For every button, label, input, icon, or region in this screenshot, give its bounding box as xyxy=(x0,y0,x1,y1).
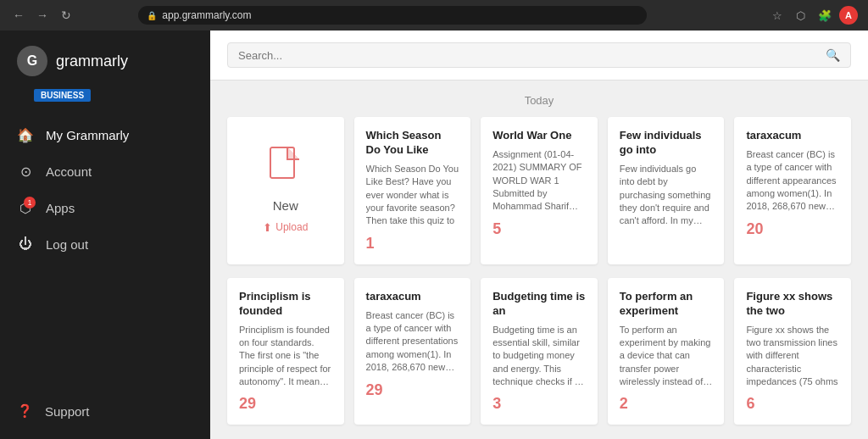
today-card-3[interactable]: taraxacum Breast cancer (BC) is a type o… xyxy=(734,117,851,264)
recent-card-3[interactable]: To perform an experiment To perform an e… xyxy=(608,278,725,425)
sidebar-item-my-grammarly[interactable]: 🏠 My Grammarly xyxy=(0,117,210,153)
home-icon: 🏠 xyxy=(17,127,34,143)
card-title: Which Season Do You Like xyxy=(366,129,459,158)
sidebar-label-my-grammarly: My Grammarly xyxy=(46,128,129,142)
app-container: G grammarly BUSINESS 🏠 My Grammarly ⊙ Ac… xyxy=(0,31,868,439)
card-count: 29 xyxy=(366,381,459,399)
today-card-0[interactable]: Which Season Do You Like Which Season Do… xyxy=(354,117,471,264)
upload-icon: ⬆ xyxy=(263,221,272,234)
card-count: 1 xyxy=(366,235,459,253)
new-doc-icon xyxy=(269,146,303,192)
card-title: World War One xyxy=(492,129,586,143)
sidebar-bottom: ❓ Support xyxy=(0,386,210,439)
card-text: Principlism is founded on four standards… xyxy=(239,324,332,389)
lock-icon: 🔒 xyxy=(147,11,157,20)
card-count: 3 xyxy=(492,395,586,413)
recent-card-1[interactable]: taraxacum Breast cancer (BC) is a type o… xyxy=(354,278,471,425)
today-section-label: Today xyxy=(227,94,851,107)
logout-icon: ⏻ xyxy=(17,236,34,252)
user-avatar[interactable]: A xyxy=(839,6,858,25)
card-count: 20 xyxy=(746,220,839,238)
browser-chrome: ← → ↻ 🔒 app.grammarly.com ☆ ⬡ 🧩 A xyxy=(0,0,868,31)
upload-button[interactable]: ⬆ Upload xyxy=(263,220,308,236)
card-title: Principlism is founded xyxy=(239,290,332,319)
card-count: 5 xyxy=(492,220,586,238)
card-text: Few individuals go into debt by purchasi… xyxy=(620,163,713,228)
sidebar-label-account: Account xyxy=(46,164,92,179)
card-text: Breast cancer (BC) is a type of cancer w… xyxy=(366,309,459,375)
card-text: Breast cancer (BC) is a type of cancer w… xyxy=(746,148,839,214)
browser-actions: ☆ ⬡ 🧩 A xyxy=(768,6,858,25)
card-text: Budgeting time is an essential skill, si… xyxy=(492,324,586,389)
sidebar-item-account[interactable]: ⊙ Account xyxy=(0,153,210,190)
search-bar-container: 🔍 xyxy=(210,31,868,81)
today-card-1[interactable]: World War One Assignment (01-04-2021) SU… xyxy=(481,117,598,264)
today-card-2[interactable]: Few individuals go into Few individuals … xyxy=(608,117,725,264)
card-title: taraxacum xyxy=(746,129,839,143)
card-title: Budgeting time is an xyxy=(492,290,586,319)
card-text: To perform an experiment by making a dev… xyxy=(620,324,713,389)
card-text: Which Season Do You Like Best? Have you … xyxy=(366,163,459,228)
forward-button[interactable]: → xyxy=(34,7,51,24)
card-text: Assignment (01-04-2021) SUMMARY OF WORLD… xyxy=(492,148,586,214)
search-icon: 🔍 xyxy=(826,48,840,62)
sidebar-label-logout: Log out xyxy=(46,237,88,252)
account-icon: ⊙ xyxy=(17,164,34,180)
address-bar[interactable]: 🔒 app.grammarly.com xyxy=(138,6,647,25)
content-area: Today New ⬆ Upl xyxy=(210,81,868,439)
sidebar-item-support[interactable]: ❓ Support xyxy=(17,397,193,425)
card-text: Figure xx shows the two transmission lin… xyxy=(746,324,839,389)
main-content: 🔍 Today New xyxy=(210,31,868,439)
recent-card-2[interactable]: Budgeting time is an Budgeting time is a… xyxy=(481,278,598,425)
recent-card-0[interactable]: Principlism is founded Principlism is fo… xyxy=(227,278,344,425)
search-bar: 🔍 xyxy=(227,42,851,68)
card-title: taraxacum xyxy=(366,290,459,304)
app-name: grammarly xyxy=(56,53,128,70)
sidebar-header: G grammarly xyxy=(0,31,210,86)
recent-cards-grid: Principlism is founded Principlism is fo… xyxy=(227,278,851,425)
sidebar-item-apps[interactable]: ⬡ 1 Apps xyxy=(0,190,210,226)
back-button[interactable]: ← xyxy=(10,7,27,24)
card-title: Figure xx shows the two xyxy=(746,290,839,319)
new-label: New xyxy=(273,198,298,213)
puzzle-button[interactable]: 🧩 xyxy=(815,6,834,25)
new-document-card[interactable]: New ⬆ Upload xyxy=(227,117,344,264)
extensions-button[interactable]: ⬡ xyxy=(792,6,810,25)
support-icon: ❓ xyxy=(17,403,33,419)
upload-label: Upload xyxy=(275,221,308,233)
business-badge: BUSINESS xyxy=(34,89,91,102)
card-count: 6 xyxy=(746,395,839,413)
star-button[interactable]: ☆ xyxy=(768,6,787,25)
today-cards-grid: New ⬆ Upload Which Season Do You Like Wh… xyxy=(227,117,851,264)
apps-badge: 1 xyxy=(24,197,36,208)
sidebar-item-logout[interactable]: ⏻ Log out xyxy=(0,226,210,262)
card-count: 29 xyxy=(239,395,332,413)
reload-button[interactable]: ↻ xyxy=(58,7,75,24)
sidebar-label-apps: Apps xyxy=(46,201,75,215)
grammarly-logo: G xyxy=(17,46,47,76)
card-title: To perform an experiment xyxy=(620,290,713,319)
recent-card-4[interactable]: Figure xx shows the two Figure xx shows … xyxy=(734,278,851,425)
sidebar: G grammarly BUSINESS 🏠 My Grammarly ⊙ Ac… xyxy=(0,31,210,439)
card-count: 2 xyxy=(620,395,713,413)
url-text: app.grammarly.com xyxy=(162,9,251,21)
search-input[interactable] xyxy=(238,49,819,62)
sidebar-label-support: Support xyxy=(45,404,90,419)
sidebar-nav: 🏠 My Grammarly ⊙ Account ⬡ 1 Apps ⏻ Log … xyxy=(0,110,210,386)
card-title: Few individuals go into xyxy=(620,129,713,158)
